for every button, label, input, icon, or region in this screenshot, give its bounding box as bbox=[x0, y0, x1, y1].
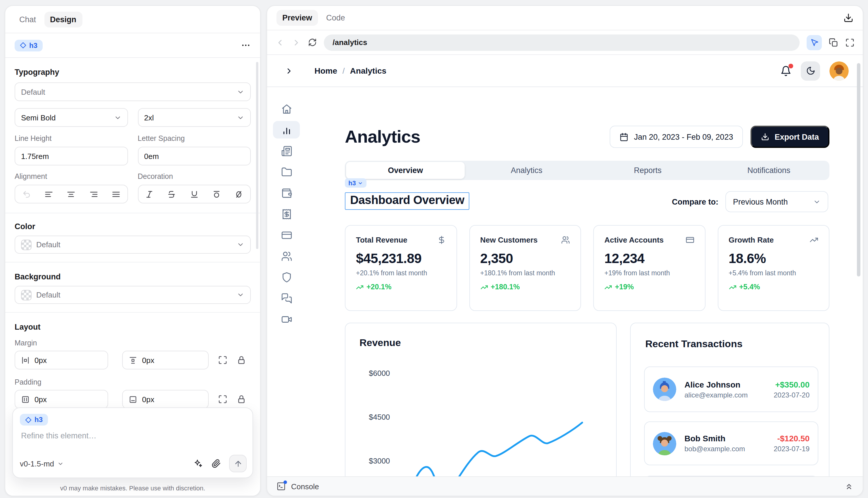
preview-scrollbar[interactable] bbox=[857, 63, 860, 276]
margin-x-field-wrap bbox=[15, 351, 108, 369]
tab-analytics[interactable]: Analytics bbox=[466, 161, 588, 180]
sidebar-item-home[interactable] bbox=[273, 100, 300, 117]
inspect-tool-button[interactable] bbox=[807, 35, 822, 50]
url-input[interactable] bbox=[331, 37, 792, 47]
stat-card-active-accounts[interactable]: Active Accounts 12,234 +19% from last mo… bbox=[593, 225, 705, 311]
send-button[interactable] bbox=[229, 455, 247, 472]
transaction-avatar bbox=[653, 378, 676, 401]
alignment-group bbox=[15, 185, 128, 204]
forward-icon[interactable] bbox=[292, 38, 301, 47]
undo-icon[interactable] bbox=[22, 190, 31, 198]
padding-y-input[interactable] bbox=[142, 395, 202, 404]
chevrons-up-icon[interactable] bbox=[845, 482, 853, 491]
tab-design[interactable]: Design bbox=[44, 11, 82, 27]
composer-element-chip[interactable]: h3 bbox=[20, 414, 48, 425]
background-select[interactable]: Default bbox=[15, 286, 251, 304]
sidebar-item-news[interactable] bbox=[273, 142, 300, 160]
diamond-icon bbox=[25, 417, 31, 423]
align-center-icon[interactable] bbox=[67, 190, 75, 198]
align-left-icon[interactable] bbox=[44, 190, 53, 198]
italic-icon[interactable] bbox=[145, 190, 154, 198]
tab-overview[interactable]: Overview bbox=[346, 162, 465, 179]
expand-icon[interactable] bbox=[218, 355, 227, 365]
sidebar-item-security[interactable] bbox=[273, 268, 300, 286]
trending-up-icon bbox=[810, 236, 818, 244]
strikethrough-icon[interactable] bbox=[168, 190, 176, 198]
date-range-button[interactable]: Jan 20, 2023 - Feb 09, 2023 bbox=[609, 126, 743, 148]
copy-icon[interactable] bbox=[829, 38, 838, 47]
maximize-icon[interactable] bbox=[845, 38, 855, 47]
stat-value: $45,231.89 bbox=[356, 251, 446, 266]
font-weight-select[interactable]: Semi Bold bbox=[15, 108, 128, 127]
line-height-input[interactable] bbox=[21, 152, 121, 160]
font-select[interactable]: Default bbox=[15, 82, 251, 101]
letter-spacing-input[interactable] bbox=[144, 152, 244, 160]
tab-notifications[interactable]: Notifications bbox=[708, 161, 830, 180]
font-size-select[interactable]: 2xl bbox=[137, 108, 251, 127]
expand-icon[interactable] bbox=[218, 395, 227, 404]
compare-select[interactable]: Previous Month bbox=[725, 191, 828, 212]
selected-element-row: h3 bbox=[5, 33, 260, 58]
model-select[interactable]: v0-1.5-md bbox=[20, 459, 63, 468]
sidebar-item-receipts[interactable] bbox=[273, 205, 300, 223]
transaction-name: Bob Smith bbox=[684, 434, 745, 443]
tab-preview[interactable]: Preview bbox=[276, 10, 318, 26]
design-panel-scrollbar[interactable] bbox=[256, 62, 258, 249]
stat-value: 12,234 bbox=[604, 251, 694, 266]
align-justify-icon[interactable] bbox=[111, 190, 120, 198]
selection-tag[interactable]: h3 bbox=[345, 178, 367, 188]
download-icon[interactable] bbox=[843, 13, 853, 23]
transaction-row[interactable]: Bob Smith bob@example.com -$120.50 2023-… bbox=[644, 421, 818, 465]
breadcrumb-home[interactable]: Home bbox=[314, 66, 337, 75]
revenue-line bbox=[410, 423, 582, 477]
refine-input[interactable] bbox=[20, 430, 246, 449]
avatar-image-bob bbox=[653, 432, 676, 455]
underline-icon[interactable] bbox=[190, 190, 198, 198]
refresh-icon[interactable] bbox=[308, 38, 317, 47]
sidebar-item-analytics[interactable] bbox=[273, 121, 300, 139]
console-bar[interactable]: Console bbox=[267, 476, 863, 496]
transaction-row[interactable]: Alice Johnson alice@example.com +$350.00… bbox=[644, 366, 818, 412]
sidebar-item-messages[interactable] bbox=[273, 289, 300, 307]
alignment-label: Alignment bbox=[15, 172, 128, 181]
sidebar-item-wallet[interactable] bbox=[273, 184, 300, 202]
overline-icon[interactable] bbox=[212, 190, 221, 198]
chevron-down-icon bbox=[237, 88, 244, 95]
tab-code[interactable]: Code bbox=[320, 10, 351, 26]
sidebar-item-files[interactable] bbox=[273, 163, 300, 181]
paperclip-icon[interactable] bbox=[212, 459, 221, 468]
user-avatar[interactable] bbox=[829, 61, 849, 80]
margin-x-input[interactable] bbox=[35, 356, 102, 365]
sidebar-item-users[interactable] bbox=[273, 247, 300, 265]
breadcrumb-separator: / bbox=[343, 66, 345, 75]
no-decoration-icon[interactable] bbox=[235, 190, 244, 198]
margin-y-input[interactable] bbox=[142, 356, 202, 365]
padding-x-input[interactable] bbox=[35, 395, 102, 404]
export-data-button[interactable]: Export Data bbox=[750, 126, 829, 148]
sidebar-item-cards[interactable] bbox=[273, 226, 300, 244]
stat-card-new-customers[interactable]: New Customers 2,350 +180.1% from last mo… bbox=[469, 225, 581, 311]
margin-y-field-wrap bbox=[122, 351, 209, 369]
selection-outline[interactable]: Dashboard Overview bbox=[345, 192, 470, 210]
sidebar-item-video[interactable] bbox=[273, 310, 300, 328]
tab-chat[interactable]: Chat bbox=[13, 11, 42, 27]
align-right-icon[interactable] bbox=[89, 190, 98, 198]
transaction-date: 2023-07-19 bbox=[774, 445, 810, 453]
model-select-value: v0-1.5-md bbox=[20, 459, 54, 468]
sidebar-toggle-icon[interactable] bbox=[285, 66, 293, 75]
home-icon bbox=[281, 103, 292, 114]
color-swatch-icon bbox=[21, 239, 31, 250]
back-icon[interactable] bbox=[275, 38, 285, 47]
ellipsis-icon[interactable] bbox=[241, 40, 251, 50]
lock-icon[interactable] bbox=[237, 355, 246, 365]
lock-icon[interactable] bbox=[237, 395, 246, 404]
stat-trend: +5.4% bbox=[739, 283, 760, 291]
color-select[interactable]: Default bbox=[15, 236, 251, 254]
element-chip[interactable]: h3 bbox=[15, 39, 43, 51]
sparkles-icon[interactable] bbox=[194, 459, 203, 468]
transactions-card: Recent Transactions Alice Johnson alice@… bbox=[630, 323, 829, 477]
stat-card-growth-rate[interactable]: Growth Rate 18.6% +5.4% from last month … bbox=[718, 225, 829, 311]
stat-card-total-revenue[interactable]: Total Revenue $45,231.89 +20.1% from las… bbox=[345, 225, 457, 311]
tab-reports[interactable]: Reports bbox=[587, 161, 708, 180]
margin-x-icon bbox=[21, 356, 30, 365]
